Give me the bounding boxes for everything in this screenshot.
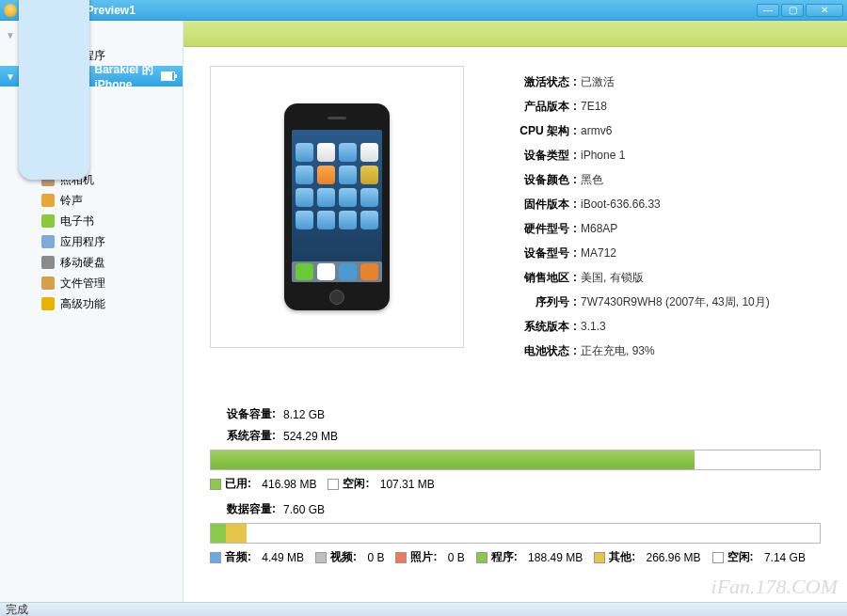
sidebar-label: 高级功能 [60, 296, 105, 312]
property-row: 硬件型号:M68AP [502, 216, 821, 241]
sidebar-device[interactable]: ▼ Barakiel 的 iPhone [0, 66, 183, 87]
chevron-down-icon: ▼ [6, 30, 15, 40]
swatch-app [476, 552, 487, 563]
sidebar-label: 应用程序 [60, 234, 105, 250]
system-storage-bar [210, 450, 821, 470]
status-bar: 完成 [0, 602, 847, 616]
swatch-used [210, 479, 221, 490]
sidebar-label: 移动硬盘 [60, 255, 105, 271]
device-capacity-label: 设备容量: [210, 406, 276, 422]
property-value: 已激活 [581, 74, 615, 90]
sidebar-item-8[interactable]: 移动硬盘 [0, 252, 183, 273]
sidebar-item-9[interactable]: 文件管理 [0, 273, 183, 293]
ring-icon [41, 194, 55, 207]
property-value: 3.1.3 [581, 320, 606, 333]
property-label: 销售地区 [502, 270, 569, 286]
sidebar-item-7[interactable]: 应用程序 [0, 231, 183, 252]
property-value: iPhone 1 [581, 149, 625, 162]
property-label: 系统版本 [502, 319, 569, 335]
battery-icon [161, 71, 175, 81]
property-label: 激活状态 [502, 74, 569, 90]
property-label: 产品版本 [502, 99, 569, 115]
swatch-free [712, 552, 724, 563]
sidebar-item-5[interactable]: 铃声 [0, 190, 183, 211]
iphone-illustration [284, 103, 390, 310]
property-row: 设备类型:iPhone 1 [502, 143, 821, 167]
property-value: 7E18 [581, 100, 607, 113]
property-value: 美国, 有锁版 [581, 270, 644, 286]
window-controls: — ▢ ✕ [757, 4, 843, 17]
system-capacity-value: 524.29 MB [283, 430, 338, 443]
data-capacity-label: 数据容量: [210, 501, 276, 517]
system-capacity-label: 系统容量: [210, 428, 276, 444]
property-label: 硬件型号 [502, 221, 569, 237]
toolbar [184, 21, 847, 47]
storage-section: 设备容量: 8.12 GB 系统容量: 524.29 MB 已用: 416.98… [210, 406, 821, 565]
swatch-audio [210, 552, 221, 563]
property-value: iBoot-636.66.33 [581, 197, 661, 211]
property-row: 固件版本:iBoot-636.66.33 [502, 192, 821, 216]
sidebar-item-6[interactable]: 电子书 [0, 211, 183, 231]
property-label: 固件版本 [502, 197, 569, 213]
swatch-video [315, 552, 327, 563]
window-title: iTools 2011 Preview1 [23, 4, 757, 17]
main-panel: 激活状态:已激活产品版本:7E18CPU 架构:armv6设备类型:iPhone… [184, 21, 847, 602]
swatch-other [594, 552, 605, 563]
data-storage-bar [210, 523, 821, 544]
property-value: armv6 [581, 124, 612, 137]
property-value: 正在充电, 93% [581, 343, 655, 359]
data-legend: 音频: 4.49 MB 视频: 0 B 照片: 0 B 程序: 188.49 M… [210, 549, 821, 565]
data-capacity-value: 7.60 GB [283, 503, 325, 516]
property-label: CPU 架构 [502, 123, 569, 139]
swatch-photo [395, 552, 407, 563]
ebook-icon [41, 214, 55, 228]
star-icon [41, 297, 55, 310]
property-label: 设备型号 [502, 245, 569, 261]
maximize-button[interactable]: ▢ [781, 4, 804, 17]
hdd-icon [41, 256, 55, 269]
property-row: 系统版本:3.1.3 [502, 314, 821, 339]
property-row: 序列号:7W7430R9WH8 (2007年, 43周, 10月) [502, 290, 821, 314]
property-row: 产品版本:7E18 [502, 94, 821, 118]
sidebar-label: Barakiel 的 iPhone [95, 62, 161, 91]
property-row: 激活状态:已激活 [502, 70, 821, 94]
sidebar-label: 文件管理 [60, 276, 105, 292]
phone-icon [19, 0, 89, 180]
property-label: 设备类型 [502, 148, 569, 164]
property-row: 电池状态:正在充电, 93% [502, 339, 821, 363]
property-row: 设备颜色:黑色 [502, 167, 821, 192]
property-value: 7W7430R9WH8 (2007年, 43周, 10月) [581, 294, 770, 310]
device-capacity-value: 8.12 GB [283, 408, 325, 421]
app-icon [4, 4, 17, 17]
property-label: 电池状态 [502, 343, 569, 359]
close-button[interactable]: ✕ [806, 4, 843, 17]
system-legend: 已用: 416.98 MB 空闲: 107.31 MB [210, 476, 821, 492]
sidebar-item-10[interactable]: 高级功能 [0, 293, 183, 314]
titlebar: iTools 2011 Preview1 — ▢ ✕ [0, 0, 847, 21]
sidebar: ▼ 我的电脑 应用程序 ▼ Barakiel 的 iPhone 音乐影片照片墙纸… [0, 21, 184, 602]
property-label: 设备颜色 [502, 172, 569, 188]
property-value: 黑色 [581, 172, 603, 188]
property-row: 设备型号:MA712 [502, 241, 821, 265]
swatch-free [328, 479, 339, 490]
property-row: 销售地区:美国, 有锁版 [502, 265, 821, 290]
property-value: MA712 [581, 246, 616, 260]
device-properties: 激活状态:已激活产品版本:7E18CPU 架构:armv6设备类型:iPhone… [502, 66, 821, 363]
chevron-down-icon: ▼ [6, 71, 15, 82]
minimize-button[interactable]: — [757, 4, 779, 17]
app-icon [41, 235, 55, 248]
property-label: 序列号 [502, 294, 569, 310]
device-image-box [210, 66, 464, 348]
file-icon [41, 276, 55, 290]
sidebar-label: 电子书 [60, 213, 94, 229]
property-value: M68AP [581, 222, 617, 235]
property-row: CPU 架构:armv6 [502, 118, 821, 143]
sidebar-label: 铃声 [60, 193, 83, 209]
